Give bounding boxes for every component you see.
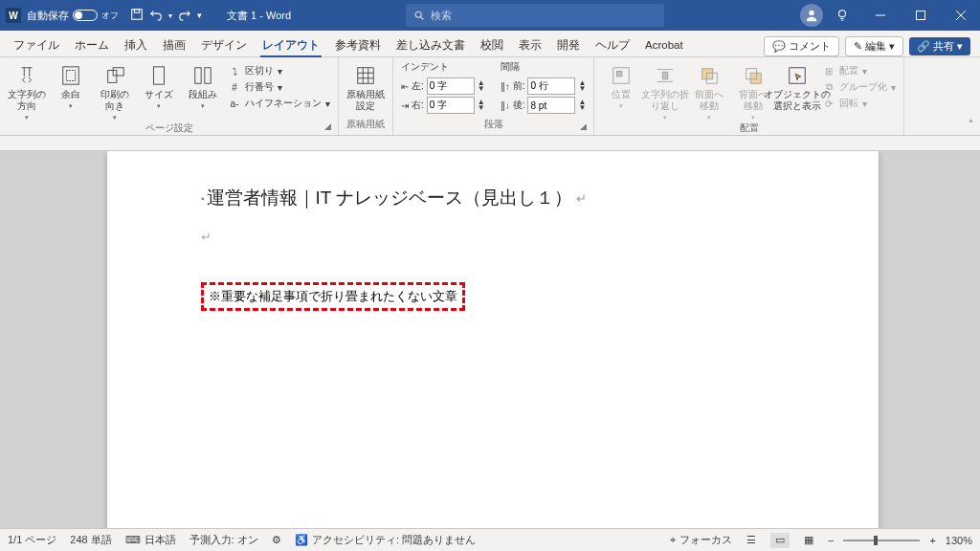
wrap-button[interactable]: 文字列の折 り返し ▾ [646, 60, 684, 121]
line-numbers-icon: # [228, 80, 241, 94]
status-words[interactable]: 248 単語 [70, 533, 111, 547]
undo-dropdown-icon[interactable]: ▾ [168, 11, 172, 20]
line-numbers-button[interactable]: #行番号 ▾ [228, 80, 330, 94]
spinner-icon[interactable]: ▲▼ [478, 99, 485, 112]
align-button[interactable]: ⊞配置 ▾ [822, 64, 896, 77]
toggle-icon[interactable] [73, 10, 98, 21]
ribbon-collapse-icon[interactable]: ˄ [961, 57, 980, 135]
tab-mailings[interactable]: 差し込み文書 [389, 33, 473, 56]
svg-point-4 [839, 11, 846, 17]
paragraph-mark-icon: ↵ [201, 230, 212, 244]
margin-icon [59, 64, 82, 87]
undo-icon[interactable] [149, 8, 163, 23]
page-setup-launcher-icon[interactable]: ◢ [324, 121, 336, 133]
status-lang[interactable]: ⌨ 日本語 [125, 533, 176, 547]
qat-customize-icon[interactable]: ▾ [197, 11, 202, 20]
rotate-icon: ⟳ [822, 97, 835, 110]
margin-button[interactable]: 余白 ▾ [52, 60, 90, 110]
zoom-in-icon[interactable]: + [929, 535, 935, 546]
spacing-after-input[interactable] [527, 97, 575, 114]
user-avatar[interactable] [800, 4, 823, 27]
status-page[interactable]: 1/1 ページ [8, 533, 56, 547]
tab-review[interactable]: 校閲 [473, 33, 511, 56]
zoom-value[interactable]: 130% [946, 535, 972, 546]
spinner-icon[interactable]: ▲▼ [578, 80, 586, 93]
tab-file[interactable]: ファイル [6, 33, 67, 56]
svg-rect-22 [617, 71, 623, 77]
group-icon: ⧉ [822, 80, 835, 94]
paragraph-label: 段落 [401, 118, 586, 133]
size-button[interactable]: サイズ ▾ [140, 60, 178, 110]
group-genkou: 原稿用紙 設定 原稿用紙 [339, 57, 393, 135]
title-bar: W 自動保存 オフ ▾ ▾ 文書 1 - Word 検索 [0, 0, 980, 31]
zoom-slider[interactable] [843, 540, 920, 541]
autosave-toggle[interactable]: 自動保存 オフ [27, 9, 119, 23]
status-display-settings-icon[interactable]: ⚙ [272, 534, 281, 546]
save-icon[interactable] [130, 8, 144, 23]
page[interactable]: ▪ 運営者情報｜IT ナレッジベース（見出し１） ↵ ↵ ※重要な補足事項で折り… [107, 151, 879, 528]
spinner-icon[interactable]: ▲▼ [578, 99, 586, 112]
columns-button[interactable]: 段組み ▾ [184, 60, 222, 110]
document-area[interactable]: ▪ 運営者情報｜IT ナレッジベース（見出し１） ↵ ↵ ※重要な補足事項で折り… [0, 151, 980, 528]
svg-rect-10 [66, 71, 75, 81]
edit-button[interactable]: ✎ 編集 ▾ [845, 36, 903, 56]
tab-view[interactable]: 表示 [511, 33, 549, 56]
indent-left-input[interactable] [427, 77, 475, 95]
text-direction-button[interactable]: 文字列の 方向 ▾ [8, 60, 46, 121]
empty-paragraph[interactable]: ↵ [201, 230, 785, 244]
minimize-button[interactable] [861, 0, 900, 31]
spinner-icon[interactable]: ▲▼ [478, 80, 485, 93]
hyphenation-button[interactable]: a-ハイフネーション ▾ [228, 97, 330, 110]
bring-forward-icon [698, 64, 721, 87]
zoom-thumb[interactable] [874, 536, 878, 545]
position-button[interactable]: 位置 ▾ [602, 60, 640, 110]
orientation-button[interactable]: 印刷の 向き ▾ [96, 60, 134, 121]
view-print-icon[interactable]: ▭ [770, 533, 790, 548]
share-button[interactable]: 🔗 共有 ▾ [909, 37, 970, 55]
tab-developer[interactable]: 開発 [549, 33, 588, 56]
tab-insert[interactable]: 挿入 [117, 33, 155, 56]
backward-button[interactable]: 背面へ 移動 ▾ [734, 60, 772, 121]
tab-draw[interactable]: 描画 [155, 33, 193, 56]
focus-icon: ⌖ [670, 534, 676, 546]
tab-design[interactable]: デザイン [193, 33, 255, 56]
comment-button[interactable]: 💬 コメント [764, 36, 839, 56]
view-read-icon[interactable]: ☰ [742, 533, 761, 548]
close-button[interactable] [942, 0, 980, 31]
spacing-before-input[interactable] [527, 77, 575, 95]
quick-access-toolbar: ▾ ▾ [130, 8, 202, 23]
size-icon [147, 64, 170, 87]
tab-layout[interactable]: レイアウト [255, 33, 327, 56]
group-button[interactable]: ⧉グループ化 ▾ [822, 80, 896, 94]
redo-icon[interactable] [178, 8, 191, 23]
doc-heading[interactable]: ▪ 運営者情報｜IT ナレッジベース（見出し１） ↵ [201, 186, 785, 210]
ruler[interactable] [0, 136, 980, 151]
status-focus[interactable]: ⌖ フォーカス [670, 533, 732, 547]
view-web-icon[interactable]: ▦ [799, 533, 818, 548]
breaks-button[interactable]: ⤵区切り ▾ [228, 64, 330, 77]
indent-left-icon: ⇤ [401, 81, 409, 92]
svg-line-7 [956, 11, 966, 20]
indent-right-input[interactable] [427, 97, 475, 114]
svg-rect-27 [707, 73, 718, 83]
highlighted-text[interactable]: ※重要な補足事項で折り畳まれたくない文章 [201, 282, 465, 311]
status-accessibility[interactable]: ♿ アクセシビリティ: 問題ありません [295, 533, 476, 547]
svg-rect-29 [746, 69, 757, 79]
tab-help[interactable]: ヘルプ [588, 33, 637, 56]
genkou-button[interactable]: 原稿用紙 設定 [346, 60, 385, 112]
svg-rect-0 [132, 10, 143, 20]
zoom-out-icon[interactable]: − [828, 535, 834, 546]
tab-acrobat[interactable]: Acrobat [637, 33, 691, 56]
svg-rect-9 [63, 67, 79, 84]
tab-references[interactable]: 参考資料 [327, 33, 389, 56]
tab-home[interactable]: ホーム [67, 33, 117, 56]
maximize-button[interactable] [902, 0, 940, 31]
selection-pane-button[interactable]: オブジェクトの 選択と表示 [778, 60, 816, 112]
paragraph-launcher-icon[interactable]: ◢ [580, 121, 591, 133]
search-box[interactable]: 検索 [406, 4, 664, 27]
status-predict[interactable]: 予測入力: オン [189, 533, 258, 547]
lightbulb-icon[interactable] [831, 0, 854, 31]
indent-label: インデント [401, 60, 485, 74]
rotate-button[interactable]: ⟳回転 ▾ [822, 97, 896, 110]
forward-button[interactable]: 前面へ 移動 ▾ [690, 60, 728, 121]
